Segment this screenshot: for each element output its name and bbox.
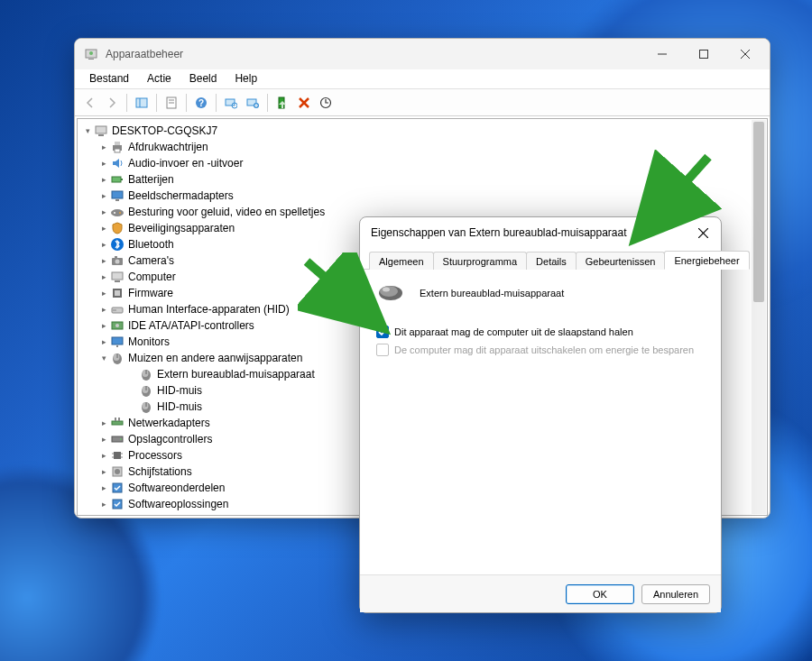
tab-gebeurtenissen[interactable]: Gebeurtenissen (576, 252, 666, 270)
chevron-right-icon[interactable]: ▸ (97, 272, 110, 281)
titlebar[interactable]: Apparaatbeheer (75, 39, 770, 69)
forward-button[interactable] (102, 93, 122, 113)
menu-actie[interactable]: Actie (138, 69, 180, 88)
menu-bestand[interactable]: Bestand (80, 69, 138, 88)
show-hide-tree-button[interactable] (132, 93, 152, 113)
svg-rect-4 (700, 50, 708, 59)
svg-rect-14 (226, 99, 235, 106)
gamectrl-icon (110, 205, 125, 219)
checkbox-poweroff-row: De computer mag dit apparaat uitschakele… (376, 344, 705, 356)
close-button[interactable] (724, 41, 766, 68)
chevron-right-icon[interactable]: ▸ (97, 418, 110, 427)
chevron-right-icon[interactable]: ▸ (97, 142, 110, 151)
tab-algemeen[interactable]: Algemeen (369, 252, 434, 270)
ok-button[interactable]: OK (566, 584, 634, 604)
scrollbar-thumb[interactable] (753, 122, 764, 302)
tab-stuurprogramma[interactable]: Stuurprogramma (433, 252, 528, 270)
maximize-button[interactable] (683, 41, 724, 68)
checkbox-wake-label: Dit apparaat mag de computer uit de slaa… (394, 326, 633, 337)
chevron-right-icon[interactable]: ▸ (97, 321, 110, 330)
svg-rect-32 (115, 199, 119, 201)
scan-hardware-button[interactable] (221, 93, 241, 113)
tree-item[interactable]: ▸Beeldschermadapters (79, 188, 765, 204)
chevron-right-icon[interactable]: ▸ (97, 305, 110, 314)
svg-rect-24 (96, 126, 106, 133)
tree-item[interactable]: ▸Audio-invoer en -uitvoer (79, 155, 765, 171)
audio-icon (110, 156, 125, 170)
cpu-icon (110, 448, 125, 463)
dialog-titlebar[interactable]: Eigenschappen van Extern bureaublad-muis… (360, 217, 721, 248)
svg-text:?: ? (198, 98, 204, 108)
svg-rect-63 (112, 421, 123, 425)
tab-bar: Algemeen Stuurprogramma Details Gebeurte… (360, 248, 721, 270)
tab-energiebeheer[interactable]: Energiebeheer (664, 251, 749, 270)
security-icon (110, 221, 125, 235)
cancel-button[interactable]: Annuleren (641, 584, 710, 604)
menu-help[interactable]: Help (226, 69, 266, 88)
menu-beeld[interactable]: Beeld (180, 69, 226, 88)
system-icon (110, 513, 125, 516)
mouse-icon (139, 383, 153, 398)
properties-dialog: Eigenschappen van Extern bureaublad-muis… (359, 216, 722, 613)
svg-rect-28 (115, 149, 120, 152)
uninstall-device-button[interactable] (294, 93, 314, 113)
tree-root[interactable]: ▾DESKTOP-CGQSKJ7 (79, 123, 765, 139)
minimize-button[interactable] (641, 41, 683, 68)
tab-details[interactable]: Details (526, 252, 577, 270)
computer-icon (94, 124, 108, 138)
tree-item[interactable]: ▸Batterijen (79, 171, 765, 188)
display-icon (110, 188, 125, 203)
tree-item-label: Softwareonderdelen (128, 482, 225, 494)
dialog-close-button[interactable] (688, 220, 717, 245)
chevron-right-icon[interactable]: ▸ (97, 159, 110, 168)
properties-button[interactable] (161, 93, 181, 113)
chevron-right-icon[interactable]: ▸ (97, 207, 110, 216)
svg-rect-29 (112, 177, 121, 182)
tree-item-label: Schijfstations (128, 465, 192, 478)
tree-item-label: Monitors (128, 335, 170, 348)
svg-rect-43 (115, 290, 120, 296)
help-button[interactable]: ? (191, 93, 211, 113)
chevron-down-icon[interactable]: ▾ (81, 126, 94, 135)
disk-icon (110, 464, 125, 479)
software-icon (110, 481, 125, 495)
chevron-right-icon[interactable]: ▸ (97, 467, 110, 476)
scrollbar[interactable] (752, 120, 766, 514)
chevron-right-icon[interactable]: ▸ (97, 175, 110, 184)
checkbox-wake-row[interactable]: Dit apparaat mag de computer uit de slaa… (376, 326, 705, 338)
checkbox-wake[interactable] (376, 326, 389, 338)
battery-icon (110, 172, 125, 187)
chevron-right-icon[interactable]: ▸ (97, 337, 110, 346)
chevron-right-icon[interactable]: ▸ (97, 451, 110, 460)
chevron-right-icon[interactable]: ▸ (97, 289, 110, 298)
svg-point-61 (143, 402, 149, 409)
back-button[interactable] (80, 93, 100, 113)
svg-rect-39 (115, 256, 117, 258)
tree-item-label: Bluetooth (128, 238, 174, 251)
tree-item-label: Beeldschermadapters (128, 189, 234, 202)
update-driver-button[interactable] (316, 93, 336, 113)
svg-rect-27 (115, 142, 120, 145)
chevron-right-icon[interactable]: ▸ (97, 191, 110, 200)
device-name: Extern bureaublad-muisapparaat (420, 288, 564, 298)
chevron-right-icon[interactable]: ▸ (97, 240, 110, 249)
svg-point-74 (115, 469, 120, 474)
chevron-down-icon[interactable]: ▾ (97, 353, 110, 363)
tree-item-label: Extern bureaublad-muisapparaat (157, 368, 315, 381)
enable-device-button[interactable] (272, 93, 292, 113)
window-title: Apparaatbeheer (106, 48, 183, 60)
tree-item-label: Firmware (128, 287, 173, 299)
tree-item[interactable]: ▸Afdrukwachtrijen (79, 139, 765, 155)
chevron-right-icon[interactable]: ▸ (97, 483, 110, 492)
chevron-right-icon[interactable]: ▸ (97, 256, 110, 265)
chevron-right-icon[interactable]: ▸ (97, 500, 110, 509)
svg-rect-65 (118, 418, 120, 421)
add-hardware-button[interactable] (243, 93, 263, 113)
tree-item-label: Audio-invoer en -uitvoer (128, 157, 243, 170)
svg-rect-49 (112, 337, 123, 344)
chevron-right-icon[interactable]: ▸ (97, 224, 110, 233)
dialog-title-text: Eigenschappen van Extern bureaublad-muis… (371, 226, 627, 239)
svg-point-67 (120, 438, 122, 440)
svg-point-34 (114, 212, 115, 214)
chevron-right-icon[interactable]: ▸ (97, 435, 110, 444)
